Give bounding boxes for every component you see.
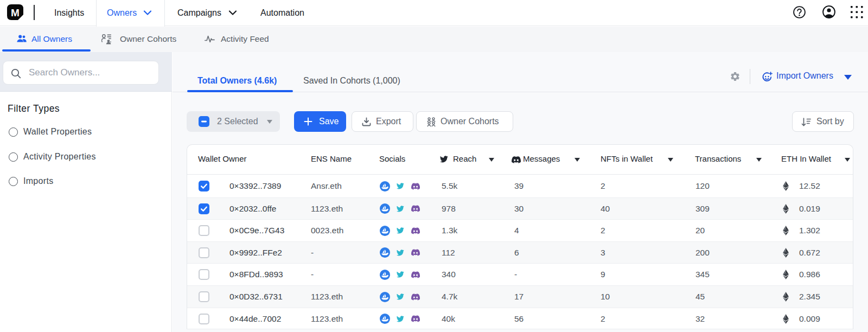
svg-text:M: M <box>11 7 20 18</box>
